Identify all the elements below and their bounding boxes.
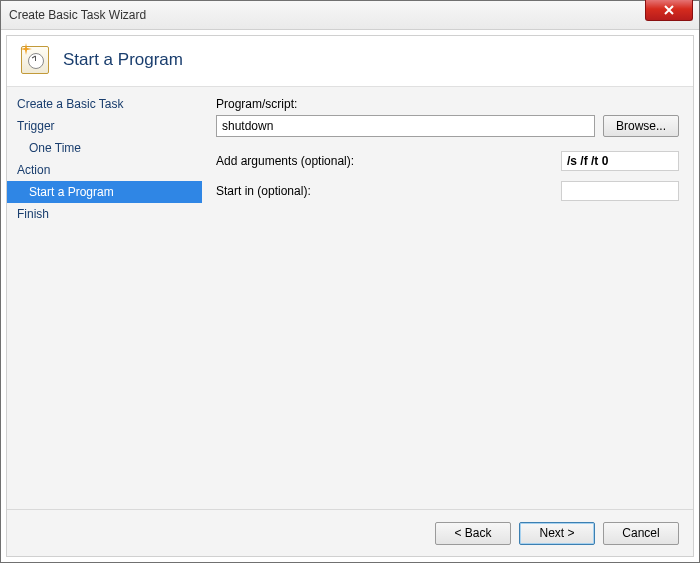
start-in-input[interactable] — [561, 181, 679, 201]
wizard-frame: Start a Program Create a Basic Task Trig… — [6, 35, 694, 557]
sidebar-item-start-a-program[interactable]: Start a Program — [7, 181, 202, 203]
sidebar-item-create-basic-task[interactable]: Create a Basic Task — [7, 93, 202, 115]
wizard-footer: < Back Next > Cancel — [7, 509, 693, 556]
wizard-header: Start a Program — [7, 36, 693, 87]
close-icon — [664, 5, 674, 15]
arguments-label: Add arguments (optional): — [216, 154, 354, 168]
sidebar-item-action[interactable]: Action — [7, 159, 202, 181]
wizard-window: Create Basic Task Wizard Start a Program… — [0, 0, 700, 563]
wizard-main: Program/script: Browse... Add arguments … — [202, 87, 693, 509]
sidebar-item-trigger[interactable]: Trigger — [7, 115, 202, 137]
task-scheduler-icon — [21, 46, 49, 74]
start-in-label: Start in (optional): — [216, 184, 311, 198]
titlebar: Create Basic Task Wizard — [1, 1, 699, 30]
arguments-input[interactable] — [561, 151, 679, 171]
program-script-input[interactable] — [216, 115, 595, 137]
cancel-button[interactable]: Cancel — [603, 522, 679, 545]
next-button[interactable]: Next > — [519, 522, 595, 545]
close-button[interactable] — [645, 0, 693, 21]
back-button[interactable]: < Back — [435, 522, 511, 545]
wizard-body: Create a Basic Task Trigger One Time Act… — [7, 87, 693, 509]
sidebar-item-finish[interactable]: Finish — [7, 203, 202, 225]
browse-button[interactable]: Browse... — [603, 115, 679, 137]
page-title: Start a Program — [63, 50, 183, 70]
program-script-label: Program/script: — [216, 97, 297, 111]
wizard-sidebar: Create a Basic Task Trigger One Time Act… — [7, 87, 202, 509]
window-title: Create Basic Task Wizard — [9, 8, 146, 22]
sidebar-item-one-time[interactable]: One Time — [7, 137, 202, 159]
